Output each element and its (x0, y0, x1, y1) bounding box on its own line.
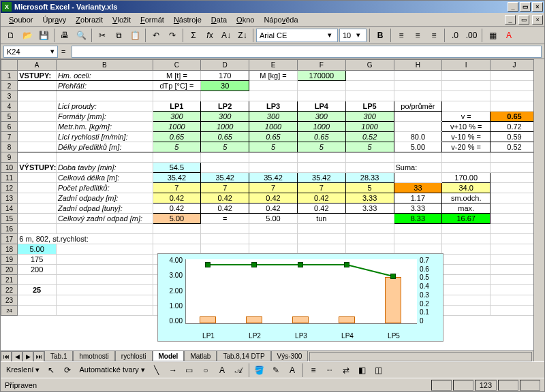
cell[interactable] (490, 173, 539, 183)
dec-decimal-button[interactable]: .00 (464, 28, 479, 43)
cell[interactable]: v-10 % = (442, 132, 490, 142)
cell[interactable]: v+10 % = (442, 122, 490, 132)
cell[interactable]: 6 m, 802, st.rychlost: (18, 234, 153, 244)
font-selector[interactable]: Arial CE ▾ (256, 29, 338, 42)
font-size-selector[interactable]: 10 ▾ (339, 29, 367, 42)
new-button[interactable]: 🗋 (3, 28, 18, 43)
cell[interactable] (18, 142, 57, 152)
bold-button[interactable]: B (373, 28, 388, 43)
cell[interactable] (297, 224, 345, 234)
cell[interactable]: 300 (297, 112, 345, 122)
cell[interactable]: 28.33 (345, 173, 394, 183)
paste-button[interactable]: 📋 (127, 28, 142, 43)
row-header[interactable]: 16 (1, 224, 18, 234)
line-tool[interactable]: ╲ (149, 363, 164, 378)
autoshapes-menu[interactable]: Automatické tvary ▾ (76, 365, 147, 374)
inc-decimal-button[interactable]: .0 (448, 28, 463, 43)
row-header[interactable]: 6 (1, 122, 18, 132)
col-header[interactable]: A (18, 60, 57, 71)
cell[interactable] (490, 71, 539, 81)
menu-okno[interactable]: Okno (232, 14, 258, 25)
row-header[interactable]: 8 (1, 142, 18, 152)
cell[interactable]: 5 (345, 183, 394, 193)
cell[interactable] (442, 275, 490, 285)
cell[interactable] (201, 224, 249, 234)
cell[interactable] (56, 91, 153, 101)
cell[interactable]: Metr.hm. [kg/m]: (56, 122, 153, 132)
cell[interactable]: 0.42 (297, 193, 345, 203)
cell[interactable]: 5 (201, 142, 249, 152)
cell[interactable] (18, 224, 57, 234)
cell[interactable]: LP4 (297, 101, 345, 112)
cell[interactable]: 35.42 (201, 173, 249, 183)
row-header[interactable]: 14 (1, 203, 18, 214)
cell[interactable] (201, 91, 249, 101)
sheet-tab[interactable]: Tab.8,14 DTP (217, 351, 270, 361)
select-all-corner[interactable] (1, 60, 18, 71)
cell[interactable]: 35.42 (297, 173, 345, 183)
cell[interactable] (345, 152, 394, 163)
cell[interactable]: 3.33 (394, 203, 442, 214)
tab-first-button[interactable]: ⏮ (1, 351, 12, 362)
cell[interactable] (394, 224, 442, 234)
cell[interactable]: Délky předlitků [m]: (56, 142, 153, 152)
cell[interactable]: Hm. oceli: (56, 71, 153, 81)
cell[interactable] (490, 203, 539, 214)
cell[interactable]: 0.65 (249, 132, 298, 142)
sort-asc-button[interactable]: A↓ (219, 28, 234, 43)
cell[interactable]: 7 (201, 183, 249, 193)
cell[interactable]: v-20 % = (442, 142, 490, 152)
cell[interactable]: v = (442, 112, 490, 122)
cell[interactable]: 300 (153, 112, 201, 122)
cell[interactable] (490, 306, 539, 316)
cell[interactable]: 33 (394, 183, 442, 193)
oval-tool[interactable]: ○ (198, 363, 213, 378)
cell[interactable]: 3.33 (345, 193, 394, 203)
open-button[interactable]: 📂 (20, 28, 35, 43)
cell[interactable] (56, 275, 153, 285)
cell[interactable] (201, 163, 249, 173)
cell[interactable]: Počet předlitků: (56, 183, 153, 193)
name-box[interactable]: K24 ▾ (3, 46, 58, 58)
cell[interactable] (345, 234, 394, 244)
cell[interactable] (345, 91, 394, 101)
cell[interactable]: 25 (18, 285, 57, 295)
cell[interactable] (345, 214, 394, 224)
cell[interactable] (18, 295, 57, 306)
cell[interactable] (153, 91, 201, 101)
cell[interactable]: 175 (18, 255, 57, 265)
row-header[interactable]: 17 (1, 234, 18, 244)
cell[interactable]: LP2 (201, 101, 249, 112)
cell[interactable]: 200 (18, 265, 57, 275)
col-header[interactable]: B (56, 60, 153, 71)
cell[interactable]: 0.59 (490, 132, 539, 142)
preview-button[interactable]: 🔍 (74, 28, 89, 43)
cell[interactable]: 0.65 (297, 132, 345, 142)
cell[interactable] (345, 71, 394, 81)
cell[interactable]: 300 (345, 112, 394, 122)
row-header[interactable]: 20 (1, 265, 18, 275)
cell[interactable]: M [kg] = (249, 71, 298, 81)
cell[interactable] (490, 244, 539, 255)
shadow-button[interactable]: ◧ (355, 363, 370, 378)
cell[interactable]: LP1 (153, 101, 201, 112)
cell[interactable]: 170000 (297, 71, 345, 81)
cell[interactable] (442, 285, 490, 295)
cell[interactable] (297, 81, 345, 91)
fx-button[interactable]: fx (202, 28, 217, 43)
cell[interactable] (490, 81, 539, 91)
menu-data[interactable]: Data (207, 14, 231, 25)
cell[interactable] (394, 81, 442, 91)
cell[interactable] (56, 295, 153, 306)
cell[interactable]: LP3 (249, 101, 298, 112)
col-header[interactable]: I (442, 60, 490, 71)
cell[interactable]: 0.72 (490, 122, 539, 132)
menu-nastroje[interactable]: Nástroje (170, 14, 206, 25)
cell[interactable]: Formáty [mm]: (56, 112, 153, 122)
cell[interactable] (442, 265, 490, 275)
borders-button[interactable]: ▦ (485, 28, 500, 43)
cell[interactable] (153, 234, 201, 244)
cell[interactable] (490, 91, 539, 101)
cell[interactable] (153, 224, 201, 234)
pointer-button[interactable]: ↖ (44, 363, 59, 378)
